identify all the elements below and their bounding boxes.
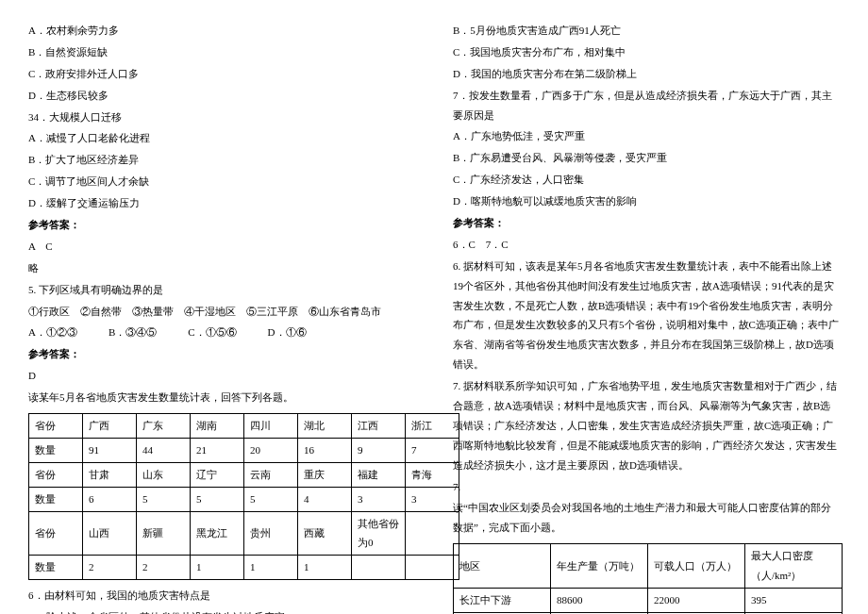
q6-opt-b: B．5月份地质灾害造成广西91人死亡 bbox=[453, 21, 840, 41]
left-column: A．农村剩余劳力多 B．自然资源短缺 C．政府安排外迁人口多 D．生态移民较多 … bbox=[28, 19, 415, 614]
section-7-intro: 读“中国农业区划委员会对我国各地的土地生产潜力和最大可能人口密度估算的部分数据”… bbox=[453, 498, 840, 538]
q6-stem: 6．由材料可知，我国的地质灾害特点是 bbox=[28, 586, 415, 606]
table-cell: 91 bbox=[83, 438, 137, 462]
table-cell: 数量 bbox=[29, 438, 83, 462]
table-cell bbox=[352, 556, 406, 580]
table-cell: 云南 bbox=[244, 462, 298, 487]
q5-items: ①行政区 ②自然带 ③热量带 ④干湿地区 ⑤三江平原 ⑥山东省青岛市 bbox=[28, 302, 415, 322]
table-header-cell: 地区 bbox=[454, 544, 551, 589]
right-column: B．5月份地质灾害造成广西91人死亡 C．我国地质灾害分布广布，相对集中 D．我… bbox=[453, 19, 840, 614]
table-cell: 辽宁 bbox=[191, 462, 244, 487]
table-cell: 长江中下游 bbox=[454, 589, 551, 613]
table-cell: 6 bbox=[83, 487, 137, 511]
table-cell: 黑龙江 bbox=[191, 511, 244, 556]
geology-table: 省份广西广东湖南四川湖北江西浙江数量914421201697省份甘肃山东辽宁云南… bbox=[28, 413, 459, 580]
section-7: 7. bbox=[453, 477, 840, 497]
table-cell: 21 bbox=[191, 438, 244, 462]
q33-opt-b: B．自然资源短缺 bbox=[28, 42, 415, 62]
table-cell: 甘肃 bbox=[83, 462, 137, 487]
table-cell: 四川 bbox=[244, 414, 298, 439]
table-cell: 青海 bbox=[406, 462, 459, 487]
table-cell bbox=[406, 511, 459, 556]
table-cell: 3 bbox=[406, 487, 459, 511]
table-cell: 省份 bbox=[29, 414, 83, 439]
table-cell: 16 bbox=[298, 438, 352, 462]
table-cell: 西藏 bbox=[298, 511, 352, 556]
table-cell: 其他省份为0 bbox=[352, 511, 406, 556]
table-cell: 数量 bbox=[29, 487, 83, 511]
explain-6: 6. 据材料可知，该表是某年5月各省地质灾害发生数量统计表，表中不能看出除上述1… bbox=[453, 257, 840, 374]
table-cell: 贵州 bbox=[244, 511, 298, 556]
q34-opt-d: D．缓解了交通运输压力 bbox=[28, 193, 415, 213]
table-cell: 新疆 bbox=[137, 511, 191, 556]
q5-stem: 5. 下列区域具有明确边界的是 bbox=[28, 280, 415, 300]
table-header-cell: 年生产量（万吨） bbox=[551, 544, 648, 589]
table-cell: 7 bbox=[406, 438, 459, 462]
table-cell: 江西 bbox=[352, 414, 406, 439]
q33-opt-a: A．农村剩余劳力多 bbox=[28, 21, 415, 41]
table-cell: 9 bbox=[352, 438, 406, 462]
table-cell: 5 bbox=[244, 487, 298, 511]
answer-label-3: 参考答案： bbox=[453, 213, 840, 233]
q6-opt-d: D．我国的地质灾害分布在第二级阶梯上 bbox=[453, 64, 840, 84]
table-cell: 省份 bbox=[29, 511, 83, 556]
table-header-cell: 可载人口（万人） bbox=[648, 544, 745, 589]
q6-opt-c: C．我国地质灾害分布广布，相对集中 bbox=[453, 42, 840, 62]
table-cell: 数量 bbox=[29, 556, 83, 580]
table-cell: 3 bbox=[352, 487, 406, 511]
q7-opt-b: B．广东易遭受台风、风暴潮等侵袭，受灾严重 bbox=[453, 148, 840, 168]
q6-intro: 读某年5月各省地质灾害发生数量统计表，回答下列各题。 bbox=[28, 388, 415, 407]
agri-table: 地区年生产量（万吨）可载人口（万人）最大人口密度（人/km²）长江中下游8860… bbox=[453, 543, 843, 614]
answer-label-2: 参考答案： bbox=[28, 344, 415, 364]
q7-opt-d: D．喀斯特地貌可以减缓地质灾害的影响 bbox=[453, 191, 840, 211]
table-cell: 浙江 bbox=[406, 414, 459, 439]
table-cell bbox=[406, 556, 459, 580]
q5-opts: A．①②③ B．③④⑤ C．①⑤⑥ D．①⑥ bbox=[28, 323, 415, 342]
table-cell: 44 bbox=[137, 438, 191, 462]
explain-7: 7. 据材料联系所学知识可知，广东省地势平坦，发生地质灾害数量相对于广西少，结合… bbox=[453, 376, 840, 474]
q33-opt-d: D．生态移民较多 bbox=[28, 86, 415, 106]
note-34: 略 bbox=[28, 258, 415, 278]
table-cell: 5 bbox=[191, 487, 244, 511]
table-cell: 山西 bbox=[83, 511, 137, 556]
table-cell: 广西 bbox=[83, 414, 137, 439]
q33-opt-c: C．政府安排外迁人口多 bbox=[28, 64, 415, 84]
q34-opt-b: B．扩大了地区经济差异 bbox=[28, 150, 415, 170]
q34-stem: 34．大规模人口迁移 bbox=[28, 108, 415, 127]
table-cell: 1 bbox=[298, 556, 352, 580]
table-cell: 山东 bbox=[137, 462, 191, 487]
table-cell: 省份 bbox=[29, 462, 83, 487]
q6-opt-a: A．除上述19个省区外，其他省份从没有发生过地质灾害 bbox=[28, 607, 415, 614]
answer-67: 6．C 7．C bbox=[453, 235, 840, 255]
table-cell: 4 bbox=[298, 487, 352, 511]
answer-label-1: 参考答案： bbox=[28, 215, 415, 235]
q7-stem: 7．按发生数量看，广西多于广东，但是从造成经济损失看，广东远大于广西，其主要原因… bbox=[453, 86, 840, 125]
table-cell: 湖北 bbox=[298, 414, 352, 439]
table-cell: 湖南 bbox=[191, 414, 244, 439]
table-cell: 广东 bbox=[137, 414, 191, 439]
table-cell: 1 bbox=[244, 556, 298, 580]
table-cell: 重庆 bbox=[298, 462, 352, 487]
table-cell: 1 bbox=[191, 556, 244, 580]
table-header-cell: 最大人口密度（人/km²） bbox=[745, 544, 843, 589]
table-cell: 福建 bbox=[352, 462, 406, 487]
q34-opt-c: C．调节了地区间人才余缺 bbox=[28, 172, 415, 191]
table-cell: 395 bbox=[745, 589, 843, 613]
table-cell: 5 bbox=[137, 487, 191, 511]
table-cell: 88600 bbox=[551, 589, 648, 613]
q34-opt-a: A．减慢了人口老龄化进程 bbox=[28, 128, 415, 148]
table-cell: 2 bbox=[137, 556, 191, 580]
q7-opt-c: C．广东经济发达，人口密集 bbox=[453, 170, 840, 190]
answer-34: A C bbox=[28, 237, 415, 257]
table-cell: 22000 bbox=[648, 589, 745, 613]
table-cell: 20 bbox=[244, 438, 298, 462]
table-cell: 2 bbox=[83, 556, 137, 580]
answer-5: D bbox=[28, 366, 415, 386]
q7-opt-a: A．广东地势低洼，受灾严重 bbox=[453, 126, 840, 146]
